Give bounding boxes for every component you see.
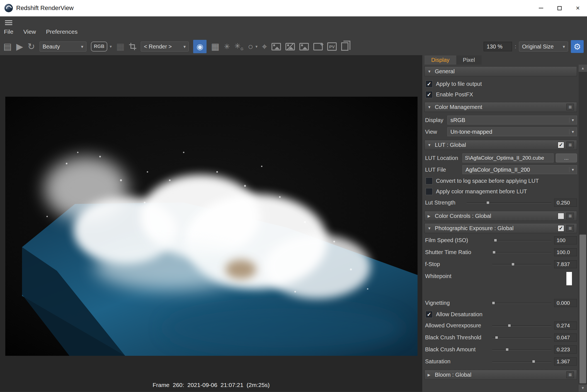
slider-handle[interactable] [508,324,511,327]
shutter-time-value[interactable]: 100.0 [554,248,577,256]
lut-enable-checkbox[interactable]: ✓ [558,142,564,148]
snapshot-freeze-global-icon[interactable]: ✳G [234,42,243,51]
render-pass-dropdown[interactable]: Beauty ▾ [40,42,86,52]
section-lut[interactable]: ▼ LUT : Global ✓ ≡ [425,140,577,150]
slider-handle[interactable] [506,348,509,351]
snapshot-image-icon[interactable] [271,43,281,50]
render-source-dropdown[interactable]: < Render > ▾ [141,42,189,52]
tab-display[interactable]: Display [425,55,456,65]
lut-browse-button[interactable]: ... [556,154,577,162]
pixel-sample-button[interactable]: ◉ [193,40,207,53]
chevron-down-icon[interactable]: ▼ [428,105,432,109]
color-controls-enable-checkbox[interactable] [558,213,564,219]
chevron-down-icon[interactable]: ▼ [428,226,432,230]
snapshot-icon[interactable]: ▤ [3,42,12,51]
section-general[interactable]: ▼ General [425,66,577,76]
slider-handle[interactable] [486,201,489,204]
settings-button[interactable]: ⚙ [571,40,584,53]
allow-desaturation-checkbox[interactable]: ✓ [426,311,433,318]
slider-track[interactable] [492,252,551,253]
slider-track[interactable] [492,361,551,362]
add-image-icon[interactable]: + [313,43,323,50]
render-canvas[interactable] [5,97,418,356]
enable-postfx-checkbox[interactable]: ✓ [426,91,433,98]
zoom-level-field[interactable]: 130 % [484,42,512,51]
display-colorspace-dropdown[interactable]: sRGB ▾ [447,116,577,125]
slider-track[interactable] [492,303,551,304]
section-color-management[interactable]: ▼ Color Management ≡ [425,102,577,112]
image-gallery-icon[interactable] [299,43,309,50]
allowed-overexposure-value[interactable]: 0.274 [554,322,577,330]
scroll-up-button[interactable]: ▲ [579,65,587,72]
ab-compare-icon[interactable]: ○ [248,42,253,51]
maximize-button[interactable] [550,0,569,16]
whitepoint-color-swatch[interactable] [566,272,572,285]
chevron-down-icon[interactable]: ▼ [428,143,432,147]
exposure-enable-checkbox[interactable]: ✓ [558,225,564,232]
slider-handle[interactable] [493,251,496,254]
lut-location-field[interactable]: S\AgfaColor_Optima_II_200.cube [462,154,554,162]
tab-pixel[interactable]: Pixel [456,55,482,65]
section-menu-icon[interactable]: ≡ [566,104,574,110]
chevron-right-icon[interactable]: ▶ [428,373,432,377]
slider-track[interactable] [492,325,551,326]
lut-strength-slider[interactable] [467,199,551,207]
apply-to-file-output-checkbox[interactable]: ✓ [426,81,433,87]
slider-track[interactable] [492,240,551,241]
black-crush-threshold-value[interactable]: 0.047 [554,333,577,342]
fstop-value[interactable]: 7.837 [554,260,577,268]
region-render-icon[interactable]: ⌖ [262,42,267,51]
slider-handle[interactable] [495,336,498,339]
convert-log-checkbox[interactable] [426,177,433,184]
ab-compare-dropdown-icon[interactable]: ▾ [255,44,258,49]
allowed-overexposure-slider[interactable] [492,322,551,330]
slider-handle[interactable] [492,301,495,305]
copy-to-clipboard-icon[interactable] [341,42,348,51]
play-render-icon[interactable]: ▶ [16,42,23,51]
section-menu-icon[interactable]: ≡ [566,225,574,232]
menu-view[interactable]: View [23,28,36,35]
black-crush-amount-value[interactable]: 0.223 [554,345,577,354]
close-button[interactable]: × [569,0,587,16]
compare-split-icon[interactable] [285,43,295,50]
black-crush-amount-slider[interactable] [492,345,551,354]
menu-file[interactable]: File [4,28,13,35]
picture-viewer-button[interactable]: PV [327,42,337,51]
rgb-channels-button[interactable]: RGB [91,42,108,52]
apply-cm-before-lut-checkbox[interactable] [426,188,433,195]
lut-file-dropdown[interactable]: AgfaColor_Optima_II_200 ▾ [462,165,577,174]
rgb-dropdown-icon[interactable]: ▾ [110,44,112,49]
hamburger-menu-icon[interactable] [5,19,13,26]
slider-handle[interactable] [494,239,497,242]
film-speed-slider[interactable] [492,236,551,245]
vignetting-slider[interactable] [492,299,551,307]
scroll-down-button[interactable]: ▼ [579,384,587,392]
vignetting-value[interactable]: 0.000 [554,299,577,307]
section-bloom[interactable]: ▶ Bloom : Global ≡ [425,370,577,380]
snapshot-freeze-icon[interactable]: ✳ [224,43,230,50]
film-speed-value[interactable]: 100 [554,236,577,244]
slider-handle[interactable] [532,360,535,363]
crop-icon[interactable] [129,43,136,50]
slider-track[interactable] [492,349,551,350]
section-photographic-exposure[interactable]: ▼ Photographic Exposure : Global ✓ ≡ [425,223,577,233]
slider-track[interactable] [467,203,551,203]
black-crush-threshold-slider[interactable] [492,333,551,342]
chevron-down-icon[interactable]: ▼ [428,69,432,74]
chevron-right-icon[interactable]: ▶ [428,214,432,218]
lut-strength-value[interactable]: 0.250 [554,199,577,207]
refresh-icon[interactable]: ↻ [28,42,35,51]
section-menu-icon[interactable]: ≡ [566,371,574,378]
shutter-time-slider[interactable] [492,248,551,257]
menu-preferences[interactable]: Preferences [46,28,77,35]
checker-background-icon[interactable]: ▦ [211,42,219,51]
dotted-grid-icon[interactable]: ▦ [116,42,125,51]
slider-track[interactable] [492,337,551,338]
section-menu-icon[interactable]: ≡ [566,213,574,219]
minimize-button[interactable] [532,0,550,16]
saturation-slider[interactable] [492,357,551,366]
saturation-value[interactable]: 1.367 [554,357,577,366]
section-color-controls[interactable]: ▶ Color Controls : Global ≡ [425,211,577,221]
scrollbar-thumb[interactable] [579,235,586,383]
image-size-dropdown[interactable]: Original Size ▾ [519,42,568,52]
